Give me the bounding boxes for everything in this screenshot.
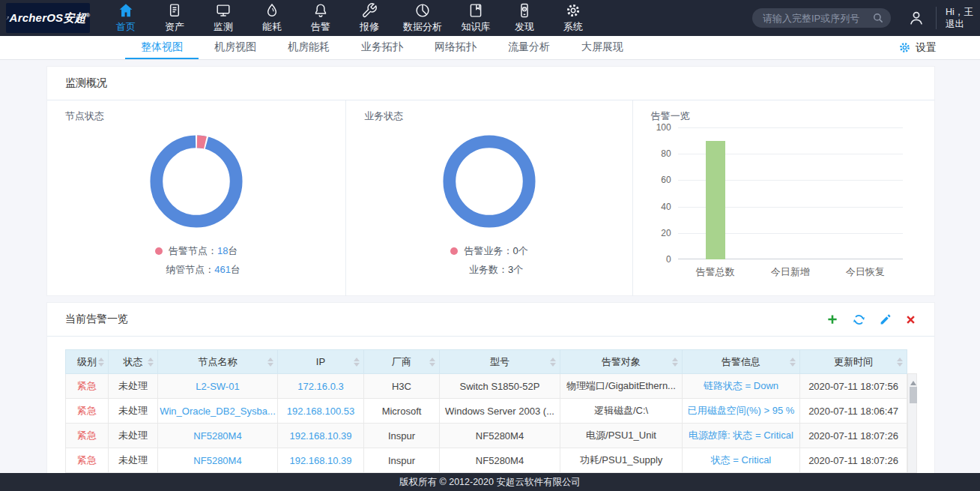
legend-dot — [450, 247, 458, 255]
search-input[interactable] — [752, 8, 891, 28]
col-update-time[interactable]: 更新时间 — [800, 350, 907, 374]
alarm-message-link[interactable]: 电源故障: 状态 = Critical — [683, 424, 800, 448]
legend-alarm-nodes: 告警节点：18台 — [155, 241, 238, 260]
tab-network-topology[interactable]: 网络拓扑 — [419, 36, 492, 59]
bell-icon — [312, 2, 329, 19]
nav-item-energy[interactable]: 能耗 — [257, 2, 287, 34]
close-icon — [905, 314, 916, 325]
table-scrollbar[interactable] — [907, 373, 917, 473]
node-status-title: 节点状态 — [47, 109, 345, 123]
add-button[interactable] — [826, 313, 839, 326]
alarm-bar-plot: 100 80 60 40 20 0 — [678, 127, 903, 259]
alarm-message-link[interactable]: 链路状态 = Down — [683, 374, 800, 399]
global-search — [752, 8, 891, 28]
alarm-chart-xlabels: 告警总数 今日新增 今日恢复 — [678, 265, 903, 279]
plus-icon — [826, 313, 839, 326]
business-status-legend: 告警业务：0个 业务数：3个 — [346, 241, 632, 279]
nav-item-home[interactable]: 首页 — [111, 2, 141, 34]
node-link[interactable]: Win_Oracle_DB2_Sysba... — [158, 399, 278, 424]
alerts-table: 级别 状态 节点名称 IP 厂商 型号 告警对象 告警信息 更新时间 紧急 未处 — [65, 349, 907, 473]
node-status-legend: 告警节点：18台 纳管节点：461台 — [47, 241, 345, 279]
tab-business-topology[interactable]: 业务拓扑 — [345, 36, 419, 59]
table-row[interactable]: 紧急 未处理 NF5280M4 192.168.10.39 Inspur NF5… — [66, 448, 907, 473]
alarm-chart-title: 告警一览 — [633, 109, 934, 123]
legend-business-count: 业务数：3个 — [456, 260, 523, 279]
overview-title: 监测概况 — [65, 76, 107, 90]
tab-traffic-analysis[interactable]: 流量分析 — [492, 36, 566, 59]
nav-item-repair[interactable]: 报修 — [354, 2, 384, 34]
node-status-chart: 节点状态 告警节点：18台 纳管 — [47, 100, 346, 296]
droplet-icon — [264, 2, 280, 19]
table-row[interactable]: 紧急 未处理 NF5280M4 192.168.10.39 Inspur NF5… — [66, 424, 907, 448]
edit-button[interactable] — [879, 313, 892, 326]
nav-item-knowledge[interactable]: 知识库 — [461, 2, 491, 34]
legend-alarm-business: 告警业务：0个 — [450, 241, 527, 260]
col-alarm-message[interactable]: 告警信息 — [683, 350, 800, 374]
nav-item-system[interactable]: 系统 — [558, 2, 588, 34]
node-link[interactable]: NF5280M4 — [158, 448, 278, 473]
col-vendor[interactable]: 厂商 — [364, 350, 440, 374]
tab-room-energy[interactable]: 机房能耗 — [272, 36, 345, 59]
scrollbar-thumb[interactable] — [910, 387, 917, 403]
logo-text: ArcherOS安超® — [10, 11, 90, 25]
node-link[interactable]: L2-SW-01 — [158, 374, 278, 399]
tab-big-screen[interactable]: 大屏展现 — [566, 36, 639, 59]
wrench-icon — [361, 2, 378, 19]
view-tabbar: 整体视图 机房视图 机房能耗 业务拓扑 网络拓扑 流量分析 大屏展现 设置 — [0, 36, 980, 60]
logout-link[interactable]: 退出 — [946, 18, 980, 30]
ip-link[interactable]: 192.168.100.53 — [278, 399, 364, 424]
tab-overall-view[interactable]: 整体视图 — [125, 36, 199, 59]
table-row[interactable]: 紧急 未处理 L2-SW-01 172.16.0.3 H3C Switch S1… — [66, 374, 907, 399]
monitoring-overview-card: 监测概况 节点状态 告警节点：18台 — [46, 66, 935, 296]
current-alerts-card: 当前告警一览 — [46, 302, 935, 491]
scrollbar-up-arrow[interactable] — [910, 378, 916, 385]
gear-icon — [565, 2, 581, 19]
navbar-right: Hi，王 退出 — [752, 6, 980, 30]
node-link[interactable]: NF5280M4 — [158, 424, 278, 448]
business-status-chart: 业务状态 告警业务：0个 业务数：3个 — [346, 100, 632, 296]
alarm-message-link[interactable]: 已用磁盘空间(%) > 95 % — [683, 399, 800, 424]
ip-link[interactable]: 192.168.10.39 — [278, 448, 364, 473]
col-status[interactable]: 状态 — [109, 350, 158, 374]
app-logo[interactable]: ArcherOS安超® — [6, 3, 90, 33]
ip-link[interactable]: 192.168.10.39 — [278, 424, 364, 448]
divider — [936, 7, 937, 29]
pie-chart-icon — [414, 2, 431, 19]
document-icon — [166, 2, 183, 19]
nav-item-analytics[interactable]: 数据分析 — [403, 2, 442, 34]
phone-scan-icon — [516, 2, 533, 19]
copyright-footer: 版权所有 © 2012-2020 安超云软件有限公司 — [0, 473, 980, 491]
refresh-icon — [852, 313, 866, 327]
col-node-name[interactable]: 节点名称 — [158, 350, 278, 374]
page-content: 监测概况 节点状态 告警节点：18台 — [46, 66, 935, 491]
tab-room-view[interactable]: 机房视图 — [199, 36, 272, 59]
alarm-message-link[interactable]: 状态 = Critical — [683, 448, 800, 473]
table-actions — [826, 313, 916, 327]
refresh-button[interactable] — [852, 313, 866, 327]
search-icon[interactable] — [871, 11, 885, 25]
nav-item-discovery[interactable]: 发现 — [509, 2, 539, 34]
bar-recovered-today — [828, 127, 903, 259]
col-model[interactable]: 型号 — [440, 350, 560, 374]
alerts-card-header: 当前告警一览 — [47, 303, 934, 337]
bar-total-alarms — [678, 127, 753, 259]
col-alarm-object[interactable]: 告警对象 — [560, 350, 683, 374]
col-level[interactable]: 级别 — [66, 350, 109, 374]
bar-new-today — [753, 127, 828, 259]
table-row[interactable]: 紧急 未处理 Win_Oracle_DB2_Sysba... 192.168.1… — [66, 399, 907, 424]
pencil-icon — [879, 313, 892, 326]
ip-link[interactable]: 172.16.0.3 — [278, 374, 364, 399]
col-ip[interactable]: IP — [278, 350, 364, 374]
nav-item-alarm[interactable]: 告警 — [306, 2, 336, 34]
user-icon[interactable] — [907, 9, 925, 27]
nav-item-monitoring[interactable]: 监测 — [208, 2, 238, 34]
settings-button[interactable]: 设置 — [898, 36, 937, 59]
business-status-title: 业务状态 — [346, 109, 632, 123]
monitor-icon — [215, 2, 232, 19]
delete-button[interactable] — [905, 314, 916, 325]
legend-dot — [155, 247, 163, 255]
nav-item-assets[interactable]: 资产 — [160, 2, 190, 34]
book-icon — [468, 2, 484, 19]
charts-row: 节点状态 告警节点：18台 纳管 — [47, 100, 934, 296]
user-area: Hi，王 退出 — [946, 6, 980, 30]
